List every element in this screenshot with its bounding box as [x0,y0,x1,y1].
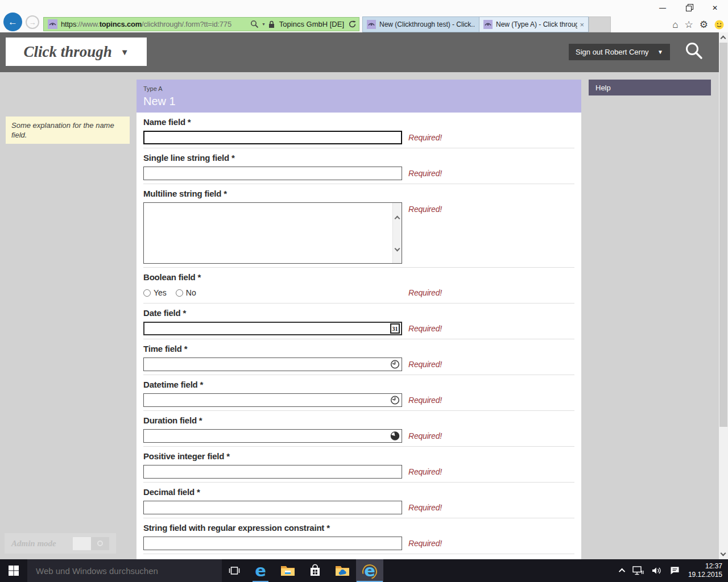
page-scrollbar[interactable] [719,32,728,559]
text-input[interactable] [143,429,402,443]
text-input[interactable] [143,167,402,180]
new-tab-button[interactable] [589,16,611,32]
field-explanation-note: Some explanation for the name field. [6,117,130,144]
radio-option-yes[interactable]: Yes [143,288,167,297]
browser-tab[interactable]: New (Type A) - Click through × [479,16,589,32]
windows-logo-icon [9,566,19,576]
radio-option-no[interactable]: No [176,288,196,297]
scroll-up-icon[interactable] [721,36,726,41]
text-input[interactable] [143,357,402,371]
required-message: Required! [408,465,442,476]
field-row: Positive integer field *Required! [143,447,574,483]
sign-out-button[interactable]: Sign out Robert Cerny ▼ [569,44,670,60]
required-message: Required! [408,501,442,512]
field-row: Decimal field *Required! [143,483,574,518]
clock-date: 19.12.2015 [687,571,722,579]
field-label: Boolean field * [143,273,574,282]
network-icon[interactable] [632,566,644,575]
topincs-favicon [367,20,376,29]
taskbar-store-button[interactable] [301,559,329,582]
back-button[interactable]: ← [3,13,22,31]
form-fields: Name field *Required!Single line string … [143,113,574,554]
taskbar-search-input[interactable] [35,566,214,576]
required-message: Required! [408,202,442,214]
start-button[interactable] [0,559,27,582]
action-center-icon[interactable] [670,566,680,575]
restore-icon [686,5,692,11]
url-segment: /clickthrough/.form?tt=id:775 [142,20,231,28]
certificate-name[interactable]: Topincs GmbH [DE] [279,20,344,28]
tray-chevron-up-icon[interactable] [619,568,625,575]
text-input[interactable] [143,465,402,479]
text-input[interactable] [143,131,402,144]
search-icon[interactable] [250,20,259,28]
chevron-down-icon[interactable] [395,246,400,252]
star-icon[interactable]: ☆ [685,20,693,30]
lock-icon [268,20,275,28]
text-input[interactable] [143,537,402,550]
field-label: Name field * [143,118,574,127]
required-message: Required! [408,393,442,405]
clock-icon[interactable] [390,396,400,405]
required-message: Required! [408,537,442,548]
refresh-icon[interactable] [349,20,356,28]
taskbar-clock[interactable]: 12:37 19.12.2015 [687,562,722,579]
search-dropdown-icon[interactable]: ▼ [262,22,266,26]
duration-pie-icon[interactable] [390,431,400,441]
field-row: Multiline string field *Required! [143,184,574,268]
tab-close-icon[interactable]: × [580,20,584,29]
required-message: Required! [408,286,442,297]
edge-icon: e [255,562,266,579]
taskbar-edge-button[interactable]: e [247,559,274,582]
toggle-knob-icon [97,541,103,546]
url-segment: ://www. [76,20,100,28]
browser-tab[interactable]: New (Clickthrough test) - Click... [362,16,479,32]
taskbar-search-box[interactable] [27,559,222,582]
task-view-button[interactable] [222,559,247,582]
address-bar[interactable]: https://www.topincs.com/clickthrough/.fo… [43,17,359,31]
radio-label: Yes [154,288,167,297]
restore-button[interactable] [676,0,702,16]
field-row: Datetime field *Required! [143,375,574,411]
home-icon[interactable]: ⌂ [672,20,678,30]
text-input[interactable] [143,501,402,514]
gear-icon[interactable]: ⚙ [700,20,708,30]
taskbar-ie-button[interactable]: e [356,559,383,582]
file-explorer-icon [280,564,296,577]
radio-icon[interactable] [143,289,151,297]
chevron-up-icon[interactable] [395,216,400,222]
required-message: Required! [408,131,442,142]
textarea-scrollbar[interactable] [392,203,402,263]
forward-button[interactable]: → [26,15,39,29]
field-label: Time field * [143,344,574,354]
taskbar-explorer-button[interactable] [274,559,301,582]
topincs-favicon [48,19,57,29]
speaker-icon[interactable] [651,566,663,575]
field-label: Decimal field * [143,488,574,497]
site-search-icon[interactable] [684,41,704,63]
admin-mode-toggle[interactable] [73,537,109,550]
scroll-down-icon[interactable] [721,551,726,556]
text-input[interactable] [143,322,402,335]
admin-mode-control: Admin mode [5,533,116,554]
taskbar-folder-button[interactable] [329,559,356,582]
site-header: Click through ▼ Sign out Robert Cerny ▼ [0,32,728,72]
site-logo-menu[interactable]: Click through ▼ [6,38,147,66]
field-label: Positive integer field * [143,452,574,461]
calendar-icon[interactable]: 31 [390,323,400,334]
help-panel-header[interactable]: Help [589,80,711,95]
text-input[interactable] [143,393,402,407]
field-label: Multiline string field * [143,189,574,198]
required-message: Required! [408,429,442,440]
clock-icon[interactable] [390,360,400,369]
radio-label: No [186,288,196,297]
field-label: String field with regular expression con… [143,523,574,533]
minimize-button[interactable]: — [650,0,676,16]
radio-icon[interactable] [176,289,183,297]
multiline-input[interactable] [143,202,402,264]
scrollbar-thumb[interactable] [719,43,727,427]
tab-strip: New (Clickthrough test) - Click... New (… [362,16,589,32]
close-button[interactable]: ✕ [702,0,728,16]
smiley-icon[interactable] [714,20,724,30]
system-tray: 12:37 19.12.2015 [621,559,728,582]
